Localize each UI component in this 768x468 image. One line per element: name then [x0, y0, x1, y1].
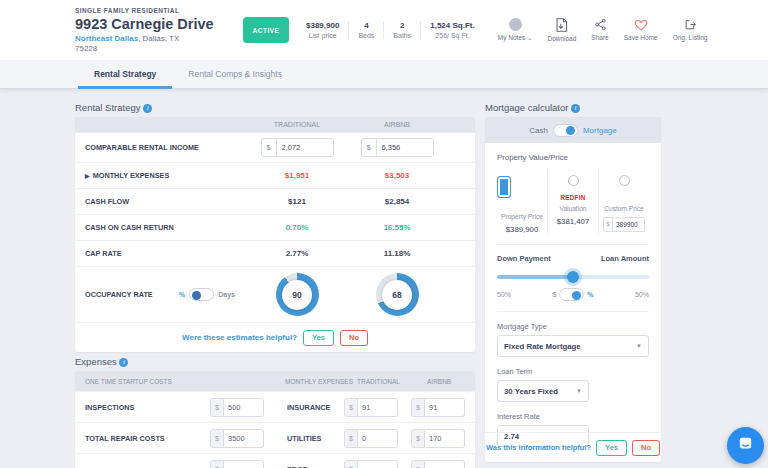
col-airbnb: AIRBNB — [347, 121, 447, 128]
currency-prefix: $ — [361, 138, 376, 157]
repair-costs-input[interactable] — [224, 429, 264, 448]
chevron-down-icon: ▼ — [636, 343, 642, 349]
utilities-airbnb-input[interactable] — [425, 429, 465, 448]
row-monthly-expenses: ▶MONTHLY EXPENSES $1,951 $3,503 — [75, 162, 475, 188]
redfin-logo: REDFIN — [548, 194, 598, 203]
tab-bar: Rental Strategy Rental Comps & Insights — [0, 60, 768, 89]
slider-handle[interactable] — [567, 271, 579, 283]
occupancy-unit-toggle: % Days — [179, 288, 247, 301]
loan-term-select[interactable]: 30 Years Fixed ▼ — [497, 380, 589, 402]
chat-icon — [737, 435, 754, 456]
percent-option[interactable]: % — [587, 291, 593, 298]
row-cash-on-cash-return: CASH ON CASH RETURN 0.70% 16.55% — [75, 214, 475, 240]
expenses-header: ONE TIME STARTUP COSTS MONTHLY EXPENSES … — [75, 371, 475, 391]
yes-button[interactable]: Yes — [303, 330, 334, 346]
payment-toggle-switch[interactable] — [553, 124, 578, 137]
insurance-traditional-input[interactable] — [358, 398, 398, 417]
down-payment-label: Down Payment — [497, 254, 551, 263]
monthly-expenses-airbnb: $3,503 — [347, 171, 447, 180]
stat-list-price: $389,900 List price — [297, 21, 348, 39]
expense-row-2: TOTAL REPAIR COSTS $ UTILITIES $ $ — [75, 422, 475, 453]
inspections-input[interactable] — [224, 398, 264, 417]
cash-option[interactable]: Cash — [529, 126, 548, 135]
yes-button[interactable]: Yes — [596, 440, 627, 456]
down-payment-row: Down Payment Loan Amount — [497, 254, 649, 263]
percent-option[interactable]: % — [179, 291, 185, 298]
income-airbnb-input[interactable] — [376, 138, 434, 157]
cash-flow-airbnb: $2,854 — [347, 197, 447, 206]
info-icon[interactable]: i — [119, 358, 128, 367]
feedback-question: Was this information helpful? — [486, 443, 591, 452]
no-button[interactable]: No — [340, 330, 368, 346]
col-airbnb: AIRBNB — [427, 378, 451, 385]
property-price-radio[interactable] — [497, 176, 511, 198]
prop-traditional-input[interactable] — [358, 460, 398, 468]
estimates-feedback: Were these estimates helpful? Yes No — [75, 322, 475, 352]
rental-strategy-title: Rental Strategy i — [75, 102, 152, 113]
chat-launcher-button[interactable] — [727, 427, 764, 464]
download-label: Download — [547, 35, 576, 42]
download-button[interactable]: Download — [547, 18, 576, 42]
utilities-airbnb-group: $ — [411, 429, 465, 448]
tab-rental-comps[interactable]: Rental Comps & Insights — [172, 60, 298, 88]
save-home-button[interactable]: Save Home — [624, 18, 658, 41]
row-occupancy-rate: OCCUPANCY RATE % Days 90 68 — [75, 266, 475, 322]
loan-amount-label: Loan Amount — [601, 254, 649, 263]
orig-listing-button[interactable]: Orig. Listing — [673, 18, 708, 41]
mortgage-feedback: Was this information helpful? Yes No — [485, 432, 661, 462]
info-icon[interactable]: i — [571, 104, 580, 113]
income-traditional-input[interactable] — [276, 138, 334, 157]
utilities-traditional-input[interactable] — [358, 429, 398, 448]
orig-listing-label: Orig. Listing — [673, 34, 708, 41]
cash-mortgage-toggle: Cash Mortgage — [485, 117, 661, 143]
option-redfin-valuation: REDFIN Valuation $381,407 — [547, 170, 598, 234]
occupancy-donut-airbnb: 68 — [376, 273, 419, 316]
interest-rate-label: Interest Rate — [497, 412, 649, 421]
share-icon — [594, 18, 607, 31]
dollar-option[interactable]: $ — [552, 291, 556, 298]
redfin-valuation-radio[interactable] — [568, 175, 579, 186]
neighborhood-link[interactable]: Northeast Dallas — [75, 34, 138, 43]
startup-input[interactable] — [224, 460, 264, 468]
header-actions: My Notes ⌄ Download Share Save Home Orig… — [498, 18, 708, 42]
income-airbnb-input-group: $ — [361, 138, 434, 157]
row-comparable-rental-income: COMPARABLE RENTAL INCOME $ $ — [75, 132, 475, 162]
prop-airbnb-input[interactable] — [425, 460, 465, 468]
custom-price-input[interactable] — [613, 217, 645, 232]
chevron-down-icon: ⌄ — [527, 34, 532, 41]
inspections-input-group: $ — [210, 398, 264, 417]
mortgage-option[interactable]: Mortgage — [583, 126, 617, 135]
occupancy-toggle-switch[interactable] — [189, 288, 214, 301]
toggle-knob — [572, 291, 581, 300]
share-button[interactable]: Share — [591, 18, 608, 41]
save-home-label: Save Home — [624, 34, 658, 41]
row-cap-rate: CAP RATE 2.77% 11.18% — [75, 240, 475, 266]
stat-beds: 4 Beds — [348, 21, 383, 39]
tab-rental-strategy[interactable]: Rental Strategy — [78, 60, 172, 88]
mortgage-type-label: Mortgage Type — [497, 322, 649, 331]
property-price-value: $389,900 — [497, 225, 547, 234]
stat-sqft: 1,524 Sq.Ft. 256/ Sq.Ft. — [420, 21, 483, 39]
my-notes-button[interactable]: My Notes ⌄ — [498, 18, 533, 42]
unit-toggle-switch[interactable] — [559, 288, 584, 301]
col-startup-costs: ONE TIME STARTUP COSTS — [85, 378, 285, 385]
toggle-knob — [192, 291, 201, 300]
coc-return-traditional: 0.70% — [247, 223, 347, 232]
utilities-traditional-group: $ — [344, 429, 398, 448]
days-option[interactable]: Days — [218, 291, 235, 298]
no-button[interactable]: No — [632, 440, 660, 456]
repair-costs-input-group: $ — [210, 429, 264, 448]
property-address: 9923 Carnegie Drive — [75, 16, 243, 32]
chevron-down-icon: ▼ — [576, 388, 582, 394]
cap-rate-traditional: 2.77% — [247, 249, 347, 258]
option-property-price: Property Price $389,900 — [497, 170, 547, 234]
insurance-airbnb-input[interactable] — [425, 398, 465, 417]
currency-prefix: $ — [261, 138, 276, 157]
info-icon[interactable]: i — [143, 104, 152, 113]
expand-arrow-icon: ▶ — [85, 173, 90, 179]
custom-price-radio[interactable] — [619, 175, 630, 186]
mortgage-type-select[interactable]: Fixed Rate Mortgage ▼ — [497, 335, 649, 357]
dollar-percent-toggle: $ % — [552, 288, 593, 301]
coc-return-airbnb: 16.55% — [347, 223, 447, 232]
insurance-airbnb-group: $ — [411, 398, 465, 417]
